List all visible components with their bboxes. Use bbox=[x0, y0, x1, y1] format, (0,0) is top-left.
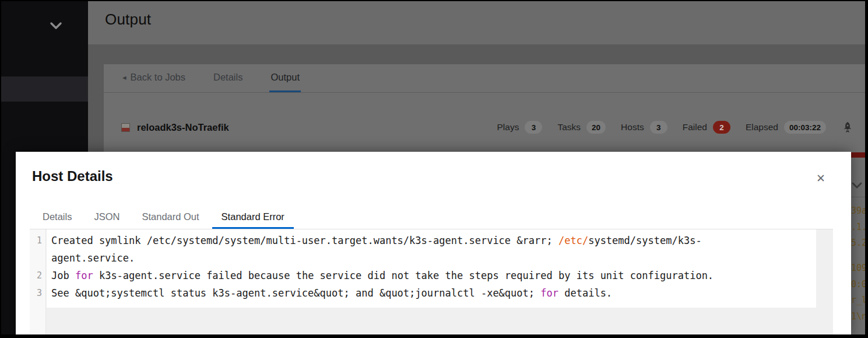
stat-label: Hosts bbox=[621, 122, 644, 133]
tab-back-to-jobs[interactable]: ◂Back to Jobs bbox=[121, 64, 187, 92]
line-number: 3 bbox=[30, 284, 46, 302]
rocket-icon[interactable] bbox=[841, 121, 854, 134]
tab-label: Output bbox=[270, 72, 300, 83]
line-content: Created symlink /etc/systemd/system/mult… bbox=[46, 232, 801, 267]
app-window: Output ◂Back to JobsDetailsOutput reload… bbox=[0, 0, 868, 338]
modal-tab-details[interactable]: Details bbox=[33, 207, 81, 229]
stderr-line: 2Job for k3s-agent.service failed becaus… bbox=[30, 267, 833, 284]
job-stat-failed: Failed2 bbox=[683, 121, 730, 134]
tab-label: Back to Jobs bbox=[131, 72, 185, 83]
stat-badge: 20 bbox=[586, 121, 606, 134]
stat-label: Failed bbox=[683, 122, 707, 133]
sidebar-active-item[interactable] bbox=[0, 76, 88, 102]
back-arrow-icon: ◂ bbox=[122, 73, 126, 82]
code-token: Job bbox=[51, 270, 75, 281]
stat-label: Plays bbox=[497, 122, 519, 133]
job-failed-icon bbox=[121, 123, 130, 132]
chevron-down-icon[interactable] bbox=[852, 182, 862, 189]
code-token: See &quot;systemctl status k3s-agent.ser… bbox=[51, 287, 540, 299]
window-border-right bbox=[865, 0, 868, 338]
tab-output[interactable]: Output bbox=[269, 64, 301, 92]
stat-label: Elapsed bbox=[746, 122, 778, 133]
stderr-line: 1Created symlink /etc/systemd/system/mul… bbox=[30, 232, 833, 267]
stat-label: Tasks bbox=[557, 122, 581, 133]
job-stat-tasks: Tasks20 bbox=[557, 121, 606, 134]
close-icon[interactable]: ✕ bbox=[814, 172, 828, 186]
modal-tab-standard-out[interactable]: Standard Out bbox=[132, 207, 208, 229]
code-token: /etc/ bbox=[558, 235, 588, 246]
page-title: Output bbox=[105, 11, 151, 29]
line-number: 2 bbox=[30, 267, 46, 284]
stderr-code-viewer[interactable]: 1Created symlink /etc/systemd/system/mul… bbox=[30, 229, 833, 334]
host-details-modal: Host Details ✕ DetailsJSONStandard OutSt… bbox=[16, 152, 851, 338]
stat-badge: 3 bbox=[650, 121, 667, 134]
job-name: reloadk3s-NoTraefik bbox=[137, 122, 229, 133]
code-token: k3s-agent.service failed because the ser… bbox=[93, 270, 714, 281]
modal-title: Host Details bbox=[32, 168, 113, 184]
line-content: See &quot;systemctl status k3s-agent.ser… bbox=[46, 284, 801, 302]
chevron-down-icon[interactable] bbox=[50, 21, 62, 30]
job-stat-plays: Plays3 bbox=[497, 121, 543, 134]
code-token: for bbox=[540, 287, 558, 299]
line-content: Job for k3s-agent.service failed because… bbox=[46, 267, 801, 284]
tab-details[interactable]: Details bbox=[212, 64, 244, 92]
modal-tabs: DetailsJSONStandard OutStandard Error bbox=[33, 207, 297, 229]
code-token: details. bbox=[558, 287, 612, 299]
job-tabs: ◂Back to JobsDetailsOutput bbox=[104, 64, 868, 93]
code-token: Created symlink /etc/systemd/system/mult… bbox=[51, 235, 558, 246]
code-token: for bbox=[75, 270, 93, 281]
window-border-bottom bbox=[0, 334, 868, 338]
window-border-left bbox=[0, 0, 1, 338]
job-stat-elapsed: Elapsed00:03:22 bbox=[746, 121, 826, 134]
line-number: 1 bbox=[30, 232, 46, 267]
stderr-line: 3See &quot;systemctl status k3s-agent.se… bbox=[30, 284, 833, 302]
modal-tab-json[interactable]: JSON bbox=[85, 207, 129, 229]
stat-badge: 00:03:22 bbox=[784, 121, 826, 134]
job-summary-row: reloadk3s-NoTraefik Plays3Tasks20Hosts3F… bbox=[104, 113, 868, 141]
page-header: Output bbox=[88, 0, 868, 44]
tab-label: Details bbox=[213, 72, 243, 83]
stat-badge: 2 bbox=[713, 121, 730, 134]
modal-tab-standard-error[interactable]: Standard Error bbox=[212, 207, 294, 229]
stat-badge: 3 bbox=[525, 121, 542, 134]
job-stat-hosts: Hosts3 bbox=[621, 121, 667, 134]
window-border-top bbox=[0, 0, 868, 1]
